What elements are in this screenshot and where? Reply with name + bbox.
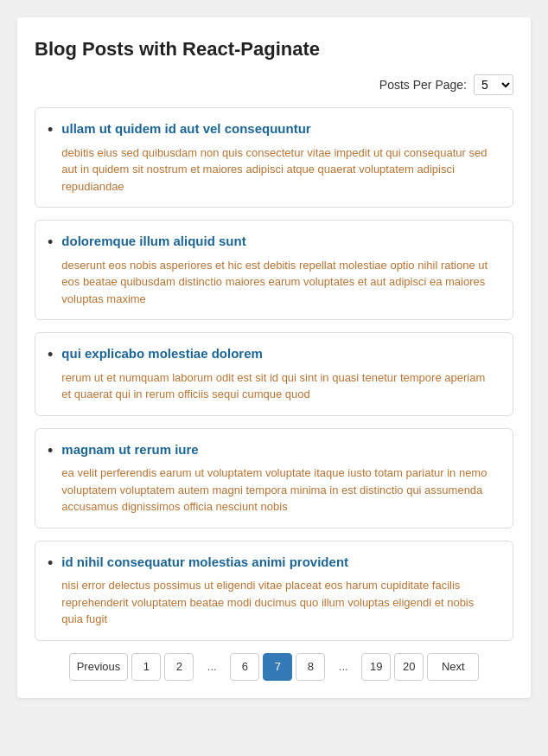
post-title: ullam ut quidem id aut vel consequuntur	[61, 120, 497, 138]
post-title: id nihil consequatur molestias animi pro…	[61, 554, 497, 571]
pagination-page-6[interactable]: 6	[230, 653, 259, 681]
post-bullet-icon: •	[48, 555, 53, 571]
post-title: qui explicabo molestiae dolorem	[61, 345, 497, 362]
pagination-page-20[interactable]: 20	[394, 653, 424, 681]
post-body: nisi error delectus possimus ut eligendi…	[61, 577, 497, 628]
pagination-page-1[interactable]: 1	[131, 653, 161, 681]
post-body: debitis eius sed quibusdam non quis cons…	[61, 144, 497, 195]
post-content: doloremque illum aliquid suntdeserunt eo…	[61, 233, 497, 307]
post-card: •doloremque illum aliquid suntdeserunt e…	[35, 220, 513, 320]
pagination-page-19[interactable]: 19	[361, 653, 391, 681]
post-body: rerum ut et numquam laborum odit est sit…	[61, 369, 497, 403]
posts-per-page-label: Posts Per Page:	[379, 78, 467, 92]
post-card: •id nihil consequatur molestias animi pr…	[35, 541, 513, 641]
pagination-ellipsis: ...	[328, 653, 358, 681]
page-title: Blog Posts with React-Paginate	[35, 38, 513, 61]
post-body: ea velit perferendis earum ut voluptatem…	[61, 464, 497, 516]
post-bullet-icon: •	[48, 347, 53, 362]
post-content: id nihil consequatur molestias animi pro…	[61, 554, 497, 628]
post-title: magnam ut rerum iure	[61, 441, 497, 458]
post-bullet-icon: •	[48, 443, 53, 458]
pagination-page-7[interactable]: 7	[263, 653, 292, 681]
pagination-ellipsis: ...	[197, 653, 226, 681]
post-card: •magnam ut rerum iureea velit perferendi…	[35, 428, 513, 529]
pagination-next-button[interactable]: Next	[427, 653, 479, 681]
pagination-prev-button[interactable]: Previous	[69, 653, 129, 681]
pagination-page-8[interactable]: 8	[296, 653, 325, 681]
post-title: doloremque illum aliquid sunt	[61, 233, 497, 250]
posts-per-page-row: Posts Per Page: 5101520	[35, 74, 513, 95]
pagination-page-2[interactable]: 2	[164, 653, 194, 681]
post-card: •qui explicabo molestiae doloremrerum ut…	[35, 332, 513, 416]
post-bullet-icon: •	[48, 234, 53, 250]
post-body: deserunt eos nobis asperiores et hic est…	[61, 257, 497, 308]
post-card: •ullam ut quidem id aut vel consequuntur…	[35, 107, 513, 208]
post-content: magnam ut rerum iureea velit perferendis…	[61, 441, 497, 516]
posts-list: •ullam ut quidem id aut vel consequuntur…	[35, 107, 513, 641]
main-container: Blog Posts with React-Paginate Posts Per…	[17, 17, 531, 698]
posts-per-page-select[interactable]: 5101520	[474, 74, 513, 95]
post-bullet-icon: •	[48, 122, 53, 138]
pagination: Previous12...678...1920Next	[35, 653, 513, 681]
post-content: qui explicabo molestiae doloremrerum ut …	[61, 345, 497, 403]
post-content: ullam ut quidem id aut vel consequunturd…	[61, 120, 497, 195]
